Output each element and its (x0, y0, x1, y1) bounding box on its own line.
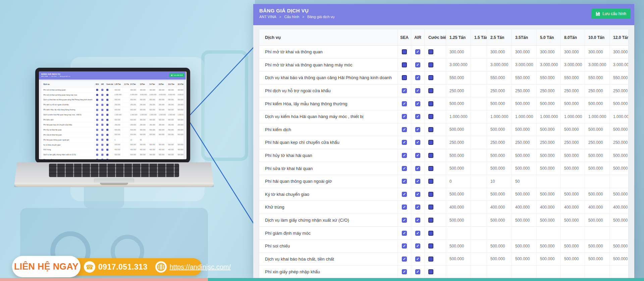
price-cell[interactable]: 550.000 (512, 71, 536, 84)
sea-checkbox-checked[interactable] (402, 101, 407, 106)
price-cell[interactable]: 500.000 (609, 123, 628, 136)
price-cell[interactable] (471, 59, 487, 71)
price-cell[interactable] (471, 71, 487, 84)
price-cell[interactable] (536, 266, 560, 278)
sea-checkbox-solid[interactable] (402, 49, 407, 54)
price-cell[interactable]: 500.000 (585, 162, 609, 175)
price-cell[interactable]: 500.000 (585, 188, 609, 201)
price-cell[interactable]: 400.000 (609, 201, 628, 214)
price-cell[interactable]: 500.000 (512, 240, 536, 252)
price-cell[interactable]: 1.000.000 (609, 110, 628, 123)
air-checkbox-checked[interactable] (415, 114, 420, 119)
sea-checkbox-checked[interactable] (402, 88, 407, 93)
air-checkbox-checked[interactable] (415, 75, 420, 80)
save-config-button[interactable]: Lưu cấu hình (591, 9, 631, 19)
air-checkbox-checked[interactable] (415, 127, 420, 132)
price-cell[interactable]: 500.000 (536, 188, 560, 201)
cuoc-bien-checkbox-solid[interactable] (428, 101, 433, 106)
sea-checkbox-checked[interactable] (402, 192, 407, 197)
price-cell[interactable]: 500.000 (446, 97, 471, 110)
price-cell[interactable] (471, 97, 487, 110)
price-cell[interactable] (536, 175, 560, 188)
cuoc-bien-checkbox-solid[interactable] (428, 231, 433, 236)
price-cell[interactable] (471, 175, 487, 188)
price-cell[interactable]: 250.000 (560, 136, 585, 149)
price-cell[interactable]: 500.000 (536, 240, 560, 252)
price-cell[interactable]: 400.000 (585, 201, 609, 214)
price-cell[interactable]: 250.000 (536, 136, 560, 149)
price-cell[interactable] (585, 227, 609, 239)
price-cell[interactable]: 300.000 (609, 46, 628, 58)
price-cell[interactable]: 550.000 (585, 71, 609, 84)
cuoc-bien-checkbox-solid[interactable] (428, 192, 433, 197)
price-cell[interactable]: 500.000 (487, 149, 512, 162)
price-cell[interactable]: 500.000 (512, 97, 536, 110)
breadcrumb-item[interactable]: Bảng giá dịch vụ (307, 15, 334, 19)
price-cell[interactable]: 500.000 (560, 240, 585, 252)
contact-phone-number[interactable]: 0917.051.313 (98, 263, 148, 272)
price-cell[interactable]: 500.000 (560, 97, 585, 110)
cuoc-bien-checkbox-solid[interactable] (428, 62, 433, 67)
price-cell[interactable]: 500.000 (487, 97, 512, 110)
sea-checkbox-checked[interactable] (402, 179, 407, 184)
price-cell[interactable]: 500.000 (536, 214, 560, 227)
price-cell[interactable]: 500.000 (487, 188, 512, 201)
air-checkbox-checked[interactable] (415, 153, 420, 158)
price-cell[interactable] (471, 46, 487, 58)
sea-checkbox-checked[interactable] (402, 153, 407, 158)
cuoc-bien-checkbox-solid[interactable] (428, 140, 433, 145)
air-checkbox-checked[interactable] (415, 218, 420, 223)
price-cell[interactable]: 500.000 (446, 123, 471, 136)
price-cell[interactable] (512, 227, 536, 239)
price-cell[interactable]: 500.000 (536, 253, 560, 266)
price-cell[interactable]: 300.000 (512, 46, 536, 58)
price-cell[interactable] (487, 227, 512, 239)
price-cell[interactable]: 1.000.000 (585, 110, 609, 123)
price-cell[interactable]: 250.000 (512, 136, 536, 149)
price-cell[interactable]: 500.000 (609, 253, 628, 266)
price-cell[interactable] (471, 227, 487, 239)
price-cell[interactable]: 500.000 (585, 149, 609, 162)
breadcrumb-item[interactable]: ANT VINA (259, 15, 276, 19)
cuoc-bien-checkbox-solid[interactable] (428, 257, 433, 262)
price-cell[interactable]: 50 (512, 175, 536, 188)
price-cell[interactable]: 500.000 (512, 253, 536, 266)
price-cell[interactable]: 250.000 (487, 85, 512, 97)
sea-checkbox-checked[interactable] (402, 243, 407, 248)
contact-website-link[interactable]: https://andinjsc.com/ (170, 263, 231, 271)
sea-checkbox-checked[interactable] (402, 205, 407, 210)
cuoc-bien-checkbox-solid[interactable] (428, 75, 433, 80)
air-checkbox-checked[interactable] (415, 257, 420, 262)
price-cell[interactable] (471, 110, 487, 123)
price-cell[interactable] (471, 253, 487, 266)
price-cell[interactable]: 500.000 (536, 97, 560, 110)
price-cell[interactable]: 550.000 (536, 71, 560, 84)
air-checkbox-checked[interactable] (415, 62, 420, 67)
price-cell[interactable] (471, 240, 487, 252)
air-checkbox-checked[interactable] (415, 88, 420, 93)
price-cell[interactable]: 500.000 (446, 214, 471, 227)
air-checkbox-checked[interactable] (415, 140, 420, 145)
price-cell[interactable]: 500.000 (446, 188, 471, 201)
price-cell[interactable]: 250.000 (446, 85, 471, 97)
sea-checkbox-checked[interactable] (402, 166, 407, 171)
price-cell[interactable]: 3.000.000 (512, 59, 536, 71)
price-cell[interactable]: 500.000 (512, 188, 536, 201)
price-cell[interactable]: 500.000 (512, 214, 536, 227)
price-cell[interactable]: 500.000 (536, 123, 560, 136)
price-cell[interactable]: 300.000 (446, 46, 471, 58)
price-cell[interactable]: 500.000 (560, 188, 585, 201)
price-cell[interactable] (471, 214, 487, 227)
price-cell[interactable]: 500.000 (560, 149, 585, 162)
price-cell[interactable]: 500.000 (585, 214, 609, 227)
air-checkbox-checked[interactable] (415, 269, 420, 274)
price-cell[interactable]: 300.000 (585, 46, 609, 58)
price-cell[interactable]: 500.000 (609, 214, 628, 227)
price-cell[interactable]: 500.000 (512, 162, 536, 175)
sea-checkbox-checked[interactable] (402, 269, 407, 274)
price-cell[interactable] (585, 175, 609, 188)
air-checkbox-checked[interactable] (415, 205, 420, 210)
price-cell[interactable] (471, 188, 487, 201)
cuoc-bien-checkbox-solid[interactable] (428, 88, 433, 93)
price-cell[interactable]: 500.000 (585, 240, 609, 252)
